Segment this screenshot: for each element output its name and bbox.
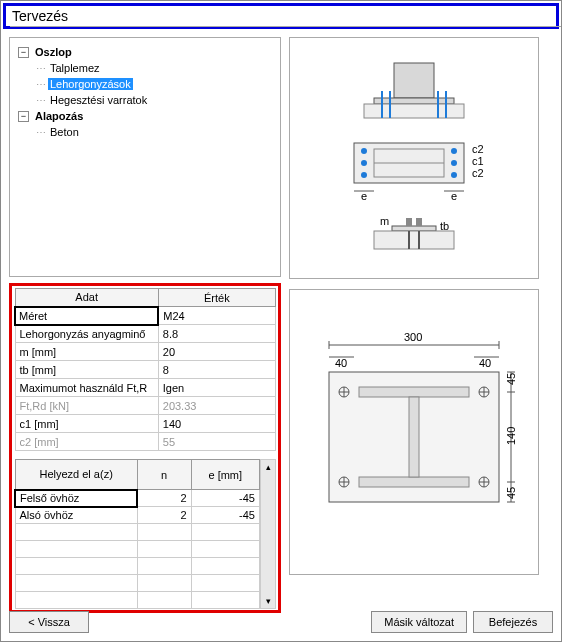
svg-rect-25	[406, 218, 412, 226]
position-n[interactable]	[137, 524, 191, 541]
property-value[interactable]: 55	[158, 433, 275, 451]
position-e[interactable]	[191, 524, 259, 541]
svg-point-15	[451, 172, 457, 178]
table-row[interactable]	[15, 541, 260, 558]
property-value[interactable]: 20	[158, 343, 275, 361]
tree-node-hegesztesi[interactable]: ⋯ Hegesztési varratok	[14, 92, 276, 108]
svg-rect-2	[364, 104, 464, 118]
table-row[interactable]	[15, 592, 260, 609]
svg-text:c2: c2	[472, 167, 484, 179]
property-label: tb [mm]	[15, 361, 158, 379]
position-e[interactable]: -45	[191, 507, 259, 524]
col-header-adat: Adat	[15, 289, 158, 307]
table-row[interactable]: Lehorgonyzás anyagminő8.8	[15, 325, 276, 343]
property-value[interactable]: 8.8	[158, 325, 275, 343]
svg-text:300: 300	[404, 331, 422, 343]
property-value[interactable]: 140	[158, 415, 275, 433]
property-label: Maximumot használd Ft,R	[15, 379, 158, 397]
title-bar: Tervezés	[3, 3, 559, 29]
table-row[interactable]: Maximumot használd Ft,RIgen	[15, 379, 276, 397]
position-n[interactable]	[137, 575, 191, 592]
table-row[interactable]: MéretM24	[15, 307, 276, 325]
svg-text:c1: c1	[472, 155, 484, 167]
position-e[interactable]	[191, 592, 259, 609]
property-value[interactable]: M24	[158, 307, 275, 325]
position-n[interactable]	[137, 558, 191, 575]
table-row[interactable]: m [mm]20	[15, 343, 276, 361]
position-n[interactable]: 2	[137, 490, 191, 507]
svg-point-10	[361, 148, 367, 154]
property-value[interactable]: Igen	[158, 379, 275, 397]
back-button[interactable]: < Vissza	[9, 611, 89, 633]
position-n[interactable]: 2	[137, 507, 191, 524]
scrollbar[interactable]: ▴ ▾	[260, 459, 276, 609]
diagram-baseplate-plan: 300 40 40	[289, 289, 539, 575]
property-value[interactable]: 8	[158, 361, 275, 379]
svg-rect-24	[374, 231, 454, 249]
tree-node-beton[interactable]: ⋯ Beton	[14, 124, 276, 140]
svg-point-11	[361, 160, 367, 166]
tree-node-oszlop[interactable]: − Oszlop	[14, 44, 276, 60]
svg-point-12	[361, 172, 367, 178]
svg-rect-0	[394, 63, 434, 98]
table-row[interactable]: c1 [mm]140	[15, 415, 276, 433]
position-n[interactable]	[137, 541, 191, 558]
properties-group: Adat Érték MéretM24Lehorgonyzás anyagmin…	[9, 283, 281, 613]
svg-text:tb: tb	[440, 220, 449, 232]
scroll-up-icon[interactable]: ▴	[261, 460, 275, 474]
tree-node-talplemez[interactable]: ⋯ Talplemez	[14, 60, 276, 76]
collapse-icon[interactable]: −	[18, 47, 29, 58]
alternative-button[interactable]: Másik változat	[371, 611, 467, 633]
svg-rect-1	[374, 98, 454, 104]
svg-rect-40	[359, 387, 469, 397]
svg-text:140: 140	[505, 427, 517, 445]
svg-text:45: 45	[505, 487, 517, 499]
position-label: Alsó övhöz	[15, 507, 137, 524]
table-row[interactable]: Felső övhöz2-45	[15, 490, 260, 507]
table-row[interactable]	[15, 524, 260, 541]
position-e[interactable]	[191, 558, 259, 575]
property-label: c2 [mm]	[15, 433, 158, 451]
position-n[interactable]	[137, 592, 191, 609]
window-title: Tervezés	[12, 8, 68, 24]
svg-rect-41	[359, 477, 469, 487]
table-row[interactable]	[15, 575, 260, 592]
position-e[interactable]: -45	[191, 490, 259, 507]
col-header-pos: Helyezd el a(z)	[15, 460, 137, 490]
finish-button[interactable]: Befejezés	[473, 611, 553, 633]
table-row[interactable]: Alsó övhöz2-45	[15, 507, 260, 524]
svg-rect-26	[416, 218, 422, 226]
svg-text:e: e	[361, 190, 367, 202]
position-table: Helyezd el a(z) n e [mm] Felső övhöz2-45…	[14, 459, 260, 609]
col-header-e: e [mm]	[191, 460, 259, 490]
position-label	[15, 592, 137, 609]
property-value[interactable]: 203.33	[158, 397, 275, 415]
footer-buttons: < Vissza Másik változat Befejezés	[9, 611, 553, 633]
table-row[interactable]	[15, 558, 260, 575]
position-e[interactable]	[191, 541, 259, 558]
table-row[interactable]: c2 [mm]55	[15, 433, 276, 451]
properties-table: Adat Érték MéretM24Lehorgonyzás anyagmin…	[14, 288, 276, 451]
svg-rect-23	[392, 226, 436, 231]
position-label: Felső övhöz	[15, 490, 137, 507]
tree-node-lehorgonyzasok[interactable]: ⋯ Lehorgonyzások	[14, 76, 276, 92]
svg-text:40: 40	[335, 357, 347, 369]
svg-text:45: 45	[505, 373, 517, 385]
property-label: Lehorgonyzás anyagminő	[15, 325, 158, 343]
title-divider	[10, 26, 562, 27]
diagram-anchor-schematic: c2 c1 c2 e e m	[289, 37, 539, 279]
position-label	[15, 575, 137, 592]
position-label	[15, 524, 137, 541]
scroll-down-icon[interactable]: ▾	[261, 594, 275, 608]
position-label	[15, 541, 137, 558]
collapse-icon[interactable]: −	[18, 111, 29, 122]
svg-point-14	[451, 160, 457, 166]
svg-rect-42	[409, 397, 419, 477]
position-e[interactable]	[191, 575, 259, 592]
table-row[interactable]: tb [mm]8	[15, 361, 276, 379]
table-row[interactable]: Ft,Rd [kN]203.33	[15, 397, 276, 415]
tree-node-alapozas[interactable]: − Alapozás	[14, 108, 276, 124]
svg-text:c2: c2	[472, 143, 484, 155]
svg-point-13	[451, 148, 457, 154]
property-label: Méret	[15, 307, 158, 325]
